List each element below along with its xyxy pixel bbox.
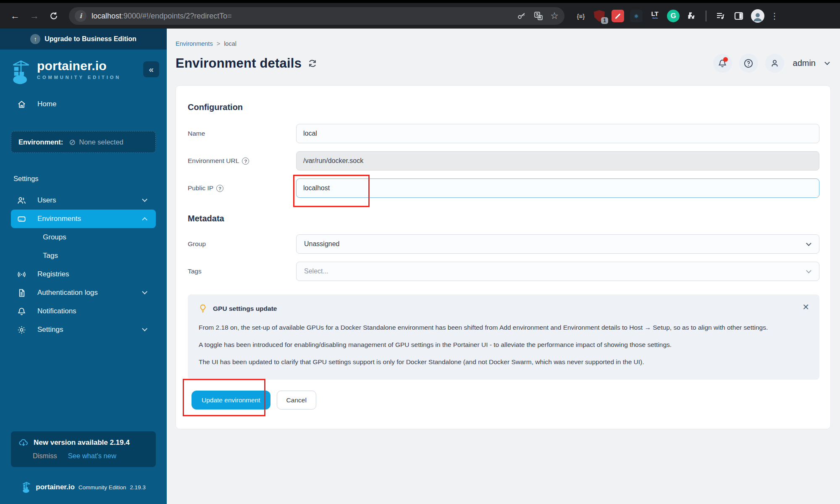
portainer-logo-icon (9, 59, 33, 85)
footer-version: 2.19.3 (130, 484, 146, 491)
chevron-down-icon (806, 241, 811, 246)
tags-label: Tags (188, 262, 296, 281)
ublock-extension-icon[interactable]: 1 (593, 10, 606, 22)
public-ip-input[interactable] (296, 178, 819, 198)
extension-area: {≡} 1 ⚛ LT~~ G (575, 9, 778, 23)
name-label: Name (188, 124, 296, 143)
chevron-down-icon[interactable] (824, 60, 830, 65)
person-photo-icon (752, 11, 763, 22)
chevron-down-icon (142, 289, 147, 294)
portainer-footer-logo-icon (21, 481, 32, 493)
notifications-button[interactable] (713, 54, 732, 73)
toolbar-separator (706, 10, 706, 21)
environment-selector-value: None selected (79, 138, 123, 146)
breadcrumb: Environments > local (176, 40, 831, 47)
grammarly-extension-icon[interactable]: G (667, 10, 680, 22)
sidebar-item-groups[interactable]: Groups (11, 228, 156, 247)
gear-icon (17, 325, 26, 335)
user-menu-button[interactable] (765, 54, 784, 73)
main-content: Environments > local Environment details (167, 29, 840, 504)
sidebar-item-settings[interactable]: Settings (11, 320, 156, 339)
ublock-badge: 1 (601, 17, 608, 24)
address-bar[interactable]: i localhost:9000/#!/endpoints/2?redirect… (69, 7, 564, 25)
brackets-extension-icon[interactable]: {≡} (575, 10, 587, 22)
help-tooltip-icon[interactable]: ? (216, 185, 223, 192)
browser-back-button[interactable]: ← (7, 8, 24, 24)
languagetool-extension-icon[interactable]: LT~~ (648, 10, 661, 22)
cancel-button[interactable]: Cancel (277, 391, 316, 410)
breadcrumb-environments-link[interactable]: Environments (176, 40, 213, 47)
slash-extension-icon[interactable] (612, 10, 624, 22)
extensions-puzzle-icon[interactable] (685, 10, 698, 22)
group-select-value: Unassigned (304, 240, 340, 248)
see-whats-new-link[interactable]: See what's new (68, 452, 116, 460)
upgrade-banner[interactable]: ↑ Upgrade to Business Edition (0, 29, 167, 50)
gpu-note-paragraph-1: From 2.18 on, the set-up of available GP… (199, 323, 808, 333)
bookmark-star-icon[interactable]: ☆ (550, 10, 559, 21)
section-metadata: Metadata (188, 214, 819, 223)
sidebar-item-environments[interactable]: Environments (11, 210, 156, 228)
wave-underline: ~~ (652, 16, 657, 21)
new-version-text: New version available 2.19.4 (34, 438, 130, 447)
gpu-note-title: GPU settings update (213, 305, 277, 312)
help-button[interactable] (739, 54, 758, 73)
sidebar-item-label: Notifications (37, 307, 76, 315)
browser-profile-avatar[interactable] (751, 9, 764, 23)
tags-select[interactable]: Select... (296, 262, 819, 281)
sidebar-item-notifications[interactable]: Notifications (11, 302, 156, 320)
translate-icon[interactable] (533, 11, 543, 21)
help-tooltip-icon[interactable]: ? (242, 158, 249, 165)
home-icon (17, 100, 26, 109)
chevron-down-icon (142, 197, 147, 202)
sidebar-footer: portainer.io Community Edition 2.19.3 (0, 475, 167, 504)
sidebar-item-label: Environments (37, 215, 81, 223)
sidebar-item-users[interactable]: Users (11, 191, 156, 210)
update-environment-button[interactable]: Update environment (192, 391, 270, 410)
gpu-note-paragraph-3: The UI has been updated to clarify that … (199, 357, 808, 367)
puzzle-icon (687, 11, 696, 21)
side-panel-icon[interactable] (732, 10, 745, 22)
sidebar-item-authentication-logs[interactable]: Authentication logs (11, 284, 156, 302)
environment-url-label: Environment URL ? (188, 151, 296, 171)
admin-username[interactable]: admin (793, 58, 816, 68)
site-info-icon[interactable]: i (75, 10, 87, 22)
sidebar-item-home[interactable]: Home (0, 94, 167, 114)
password-key-icon[interactable] (517, 11, 527, 21)
logo-block: portainer.io COMMUNITY EDITION « (0, 50, 167, 87)
environment-selector-label: Environment: (18, 138, 63, 146)
url-text[interactable]: localhost:9000/#!/endpoints/2?redirectTo… (92, 12, 512, 21)
sidebar-section-settings: Settings (13, 175, 167, 183)
chevron-down-icon (806, 268, 811, 273)
sidebar-item-label: Groups (43, 233, 66, 242)
react-devtools-icon[interactable]: ⚛ (630, 10, 643, 22)
name-input[interactable] (296, 124, 819, 143)
group-label: Group (188, 234, 296, 254)
sidebar-item-label: Tags (43, 252, 58, 260)
page-title: Environment details (176, 56, 302, 71)
section-configuration: Configuration (188, 102, 819, 112)
media-playlist-icon[interactable] (714, 10, 727, 22)
question-icon (743, 58, 754, 69)
browser-menu-kebab-icon[interactable]: ⋮ (770, 11, 778, 21)
browser-reload-button[interactable] (45, 8, 62, 24)
upgrade-arrow-icon: ↑ (30, 34, 40, 44)
environment-selector[interactable]: Environment: ⊘ None selected (11, 131, 156, 153)
chevron-up-icon (142, 217, 147, 223)
sidebar-item-label: Users (37, 196, 56, 205)
form-actions: Update environment Cancel (188, 391, 819, 410)
refresh-button[interactable] (307, 58, 318, 68)
group-select[interactable]: Unassigned (296, 234, 819, 254)
dismiss-link[interactable]: Dismiss (33, 452, 57, 460)
bell-icon (17, 307, 26, 316)
cloud-download-icon (18, 438, 29, 448)
sidebar-collapse-button[interactable]: « (143, 61, 159, 77)
sidebar-item-label: Settings (37, 326, 63, 334)
tags-select-placeholder: Select... (304, 268, 328, 275)
close-icon[interactable]: ✕ (802, 302, 809, 312)
document-icon (17, 288, 26, 298)
sidebar-item-tags[interactable]: Tags (11, 247, 156, 265)
footer-edition: Community Edition (79, 484, 126, 491)
browser-forward-button[interactable]: → (26, 8, 43, 24)
upgrade-banner-label: Upgrade to Business Edition (45, 35, 136, 43)
sidebar-item-registries[interactable]: Registries (11, 265, 156, 284)
